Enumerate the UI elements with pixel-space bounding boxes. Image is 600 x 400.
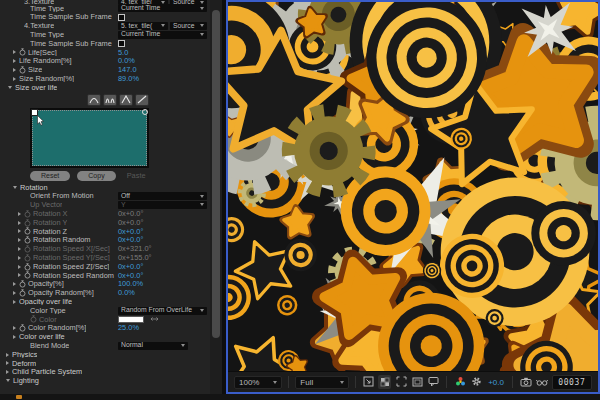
color-type-select[interactable]: Random From OverLife [118,307,207,315]
property-value[interactable]: 0x+0.0° [118,272,143,279]
row-rotation-speed-random[interactable]: Rotation Speed Random0x+0.0° [0,271,210,280]
collapse-arrow-icon[interactable] [13,186,17,189]
stopwatch-icon[interactable] [19,280,26,288]
expand-arrow-icon[interactable] [6,353,9,357]
stopwatch-icon[interactable] [24,263,31,271]
property-value[interactable]: 147.0 [118,66,137,73]
always-preview-button[interactable] [362,375,375,389]
section-opacity-over-life[interactable]: Opacity over life [0,297,210,306]
property-value[interactable]: 0x+0.0° [118,236,143,243]
expand-arrow-icon[interactable] [18,273,21,277]
stopwatch-icon[interactable] [24,210,31,218]
section-child-particle-system[interactable]: Child Particle System [0,368,210,377]
exposure-value[interactable]: +0.0 [488,378,504,387]
timecode-field[interactable]: 00037 [552,375,592,390]
expand-arrow-icon[interactable] [6,361,9,365]
row-opacity-random[interactable]: Opacity Random[%]0.0% [0,289,210,298]
row-color[interactable]: Color [0,315,210,324]
row-size[interactable]: Size147.0 [0,66,210,75]
property-value[interactable]: 0x+0.0° [118,210,143,217]
time-sample-sub-frame-checkbox[interactable] [118,14,125,21]
stopwatch-icon[interactable] [24,245,31,253]
row-time-type[interactable]: Time TypeCurrent Time [0,30,210,39]
expand-arrow-icon[interactable] [13,77,16,81]
channels-button[interactable] [453,375,466,389]
section-rotation[interactable]: Rotation [0,183,210,192]
expand-arrow-icon[interactable] [18,265,21,269]
texture-source-select[interactable]: Source [170,22,207,30]
stopwatch-icon[interactable] [19,324,26,332]
property-value[interactable]: 5.0 [118,49,128,56]
peak-curve-button[interactable] [119,94,133,106]
row-blend-mode[interactable]: Blend ModeNormal [0,341,210,350]
stopwatch-icon[interactable] [24,236,31,244]
comment-button[interactable] [427,375,440,389]
property-value[interactable]: 100.0% [118,280,143,287]
collapse-arrow-icon[interactable] [6,379,10,382]
stopwatch-icon[interactable] [19,289,26,297]
curve-area[interactable] [32,110,147,166]
expand-arrow-icon[interactable] [18,212,21,216]
row-size-random[interactable]: Size Random[%]89.0% [0,74,210,83]
blend-mode-select[interactable]: Normal [118,342,188,350]
bell-curve-button[interactable] [87,94,101,106]
copy-button[interactable]: Copy [77,171,115,181]
property-value[interactable]: 0x+321.0° [118,245,152,252]
section-lighting[interactable]: Lighting [0,377,210,386]
stopwatch-icon[interactable] [24,227,31,235]
settings-button[interactable] [470,375,483,389]
stopwatch-icon[interactable] [24,219,31,227]
safe-margins-button[interactable] [411,375,424,389]
zoom-select[interactable]: 100% [234,376,282,389]
snapshot-button[interactable] [519,375,532,389]
scrollbar-thumb[interactable] [212,10,220,338]
row-color-random[interactable]: Color Random[%]25.0% [0,324,210,333]
expand-arrow-icon[interactable] [18,238,21,242]
stopwatch-icon[interactable] [19,48,26,56]
section-deform[interactable]: Deform [0,359,210,368]
particle-preview[interactable] [228,2,598,371]
linear-curve-button[interactable] [135,94,149,106]
quality-select[interactable]: Full [295,376,348,389]
row-opacity[interactable]: Opacity[%]100.0% [0,280,210,289]
expand-arrow-icon[interactable] [18,247,21,251]
panel-scrollbar[interactable] [210,0,222,394]
up-vector-select[interactable]: Y [118,201,207,209]
row-rotation-speed-y-sec[interactable]: Rotation Speed Y[/Sec]0x+155.0° [0,253,210,262]
row-rotation-z[interactable]: Rotation Z0x+0.0° [0,227,210,236]
expand-arrow-icon[interactable] [13,68,16,72]
expand-arrow-icon[interactable] [13,335,16,339]
row-rotation-speed-z-sec[interactable]: Rotation Speed Z[/Sec]0x+0.0° [0,262,210,271]
stopwatch-icon[interactable] [24,254,31,262]
property-value[interactable]: 89.0% [118,75,139,82]
collapse-arrow-icon[interactable] [8,86,12,89]
color-swatch[interactable] [118,316,144,323]
row-4-texture[interactable]: 4.Texture5. tex_tile(Source [0,22,210,31]
property-value[interactable]: 0x+0.0° [118,263,143,270]
reset-button[interactable]: Reset [30,171,70,181]
paste-button[interactable]: Paste [127,171,146,180]
texture-layer-select[interactable]: 5. tex_tile( [118,22,168,30]
row-orient-from-motion[interactable]: Orient From MotionOff [0,192,210,201]
row-up-vector[interactable]: Up VectorY [0,201,210,210]
orient-from-motion-select[interactable]: Off [118,192,207,200]
expand-arrow-icon[interactable] [18,221,21,225]
property-value[interactable]: 0x+155.0° [118,254,152,261]
stopwatch-icon[interactable] [24,271,31,279]
section-color-over-life[interactable]: Color over life [0,333,210,342]
swatch-picker-icon[interactable] [150,316,159,322]
expand-arrow-icon[interactable] [13,282,16,286]
expand-arrow-icon[interactable] [18,229,21,233]
expand-arrow-icon[interactable] [6,370,9,374]
stopwatch-icon[interactable] [19,66,26,74]
time-type-select[interactable]: Current Time [118,31,207,39]
region-of-interest-button[interactable] [394,375,407,389]
property-value[interactable]: 25.0% [118,324,139,331]
expand-arrow-icon[interactable] [18,256,21,260]
row-rotation-y[interactable]: Rotation Y0x+0.0° [0,218,210,227]
row-rotation-x[interactable]: Rotation X0x+0.0° [0,209,210,218]
row-color-type[interactable]: Color TypeRandom From OverLife [0,306,210,315]
transparency-grid-button[interactable] [378,375,391,389]
time-type-select[interactable]: Current Time [118,4,207,12]
row-rotation-speed-x-sec[interactable]: Rotation Speed X[/Sec]0x+321.0° [0,245,210,254]
